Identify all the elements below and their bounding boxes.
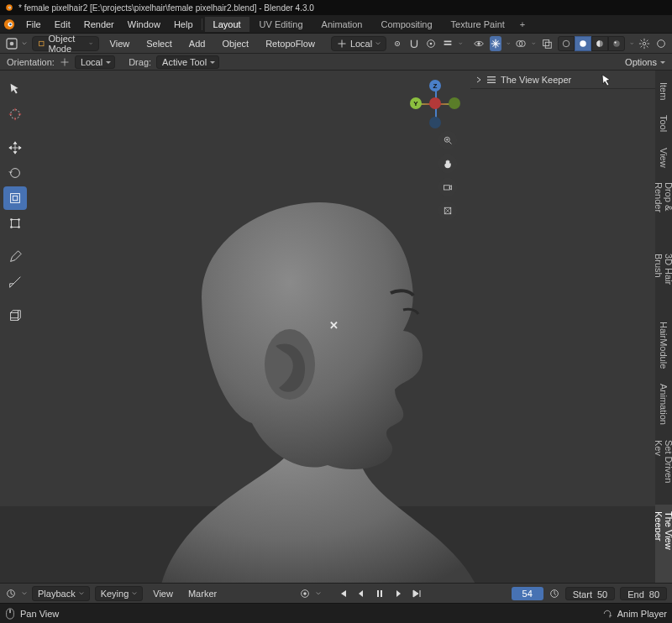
header-menu-object[interactable]: Object [216,37,255,50]
object-visibility-dropdown[interactable] [473,36,485,51]
axis-y-neg[interactable] [449,97,460,109]
header-menu-retopoflow[interactable]: RetopoFlow [260,37,321,50]
xray-toggle[interactable] [541,36,553,51]
vtab-tool[interactable]: Tool [657,108,670,139]
workspace-tab-uvediting[interactable]: UV Editing [251,17,312,32]
workspace-tab-animation[interactable]: Animation [313,17,371,32]
next-keyframe-button[interactable] [390,586,407,601]
camera-view-button[interactable] [438,178,457,196]
drag-dropdown[interactable]: Active Tool [156,55,219,69]
vtab-item[interactable]: Item [657,76,670,107]
tool-select-box[interactable] [3,77,27,101]
chevron-down-icon [459,41,462,46]
orientation-label-text: Orientation: [7,57,55,67]
autokey-toggle[interactable] [299,588,311,599]
transform-orientation-dropdown[interactable]: Local [331,36,386,51]
vtab-animation[interactable]: Animation [657,377,670,432]
tool-cursor[interactable] [3,102,27,126]
header-menu-view[interactable]: View [104,37,136,50]
mouse-pointer-icon [601,74,613,87]
mode-dropdown[interactable]: Object Mode [32,36,99,51]
chevron-down-icon [22,40,27,47]
axis-z-neg[interactable] [429,117,441,128]
extra-options-toggle[interactable] [442,36,454,51]
frame-range-lock-icon[interactable] [549,588,560,599]
snap-toggle[interactable] [408,36,420,51]
header-menu-select[interactable]: Select [140,37,178,50]
play-reverse-button[interactable] [371,586,388,601]
tool-move[interactable] [3,136,27,160]
3d-viewport[interactable]: The View Keeper Z Y ✕ [0,71,655,583]
chevron-down-icon [132,591,137,596]
overlays-toggle[interactable] [515,36,527,51]
gizmo-toggle[interactable] [490,36,501,51]
refresh-icon[interactable] [602,609,612,619]
svg-rect-37 [444,186,450,190]
editor-type-dropdown[interactable] [5,36,18,51]
svg-point-21 [580,40,586,47]
tool-transform[interactable] [3,212,27,235]
n-panel-header[interactable]: The View Keeper [470,71,655,89]
zoom-button[interactable] [438,131,457,149]
start-label: Start [573,589,592,599]
prev-keyframe-button[interactable] [353,586,370,601]
maximize-area-icon[interactable] [655,36,667,51]
axis-x[interactable] [429,97,441,109]
svg-rect-13 [444,40,452,42]
jump-to-end-button[interactable] [408,586,425,601]
end-frame-field[interactable]: End80 [620,587,667,600]
options-dropdown[interactable]: Options [620,56,665,68]
shading-rendered[interactable] [608,36,625,51]
start-frame-field[interactable]: Start50 [565,587,615,600]
vtab-hairmodule[interactable]: HairModule [657,315,670,375]
svg-rect-44 [381,590,382,597]
axis-z-pos[interactable]: Z [429,80,441,92]
tool-rotate[interactable] [3,161,27,185]
proportional-edit-toggle[interactable] [425,36,437,51]
svg-point-15 [477,42,480,45]
status-anim-player: Anim Player [617,609,667,619]
header-menu-add[interactable]: Add [183,37,212,50]
mode-label: Object Mode [49,34,87,54]
shading-materialpreview[interactable] [591,36,608,51]
chevron-right-icon [475,76,482,83]
window-title: * female pixelhair2 [E:\projects\pixelha… [18,3,314,13]
menu-edit[interactable]: Edit [49,18,76,31]
tool-measure[interactable] [3,270,27,294]
shading-wireframe[interactable] [558,36,575,51]
tool-add-primitive[interactable] [3,304,27,327]
tool-scale[interactable] [3,186,27,210]
svg-rect-35 [11,312,18,320]
tool-annotate[interactable] [3,245,27,269]
keying-dropdown[interactable]: Keying [95,586,144,601]
workspace-tab-texturepaint[interactable]: Texture Paint [443,17,513,32]
menu-window[interactable]: Window [122,18,166,31]
pivot-dropdown[interactable] [391,36,403,51]
timeline-menu-view[interactable]: View [148,587,178,600]
perspective-toggle-button[interactable] [438,202,457,220]
menu-render[interactable]: Render [78,18,120,31]
blender-logo-icon[interactable] [3,18,15,30]
playback-dropdown[interactable]: Playback [32,586,90,601]
menu-file[interactable]: File [20,18,47,31]
workspace-add-button[interactable]: + [515,18,530,31]
timeline-editor-dropdown[interactable] [5,588,17,599]
vtab-view[interactable]: View [657,141,670,175]
orientation-dropdown[interactable]: Local [75,55,115,69]
timeline-menu-marker[interactable]: Marker [183,587,222,600]
pan-button[interactable] [438,154,457,173]
chevron-down-icon [532,41,535,46]
gear-icon[interactable] [638,36,650,51]
current-frame-field[interactable]: 54 [512,587,543,600]
chevron-down-icon [89,41,92,46]
shading-mode-buttons [558,36,625,51]
axis-y-pos[interactable]: Y [410,97,422,109]
shading-solid[interactable] [575,36,591,51]
end-label: End [627,589,644,599]
menu-help[interactable]: Help [168,18,199,31]
svg-point-23 [613,40,620,47]
jump-to-start-button[interactable] [334,586,351,601]
navigation-gizmo[interactable]: Z Y [410,79,460,129]
workspace-tab-layout[interactable]: Layout [205,17,249,32]
workspace-tab-compositing[interactable]: Compositing [372,17,440,32]
